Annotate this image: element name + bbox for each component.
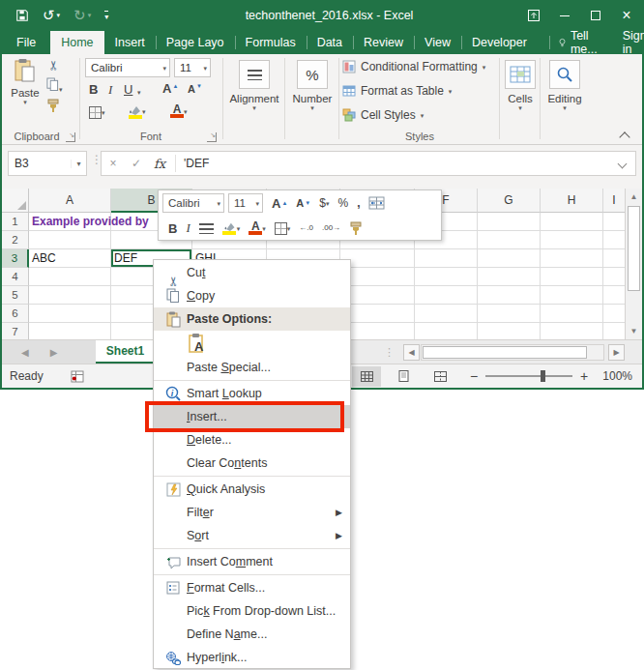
font-color-button[interactable]: A ▾ (170, 104, 188, 118)
paste-dropdown-icon[interactable]: ▾ (23, 99, 27, 105)
conditional-formatting-dropdown-icon[interactable]: ▾ (483, 64, 486, 71)
cell[interactable] (541, 268, 603, 286)
paste-button[interactable]: Paste ▾ (8, 58, 43, 105)
zoom-in-button[interactable]: + (576, 368, 592, 384)
sign-in-button[interactable]: Sign in (611, 31, 644, 54)
cell[interactable] (415, 305, 478, 323)
cell-a1[interactable]: Example provided by (29, 213, 111, 231)
cell[interactable] (478, 213, 541, 231)
column-header-g[interactable]: G (478, 189, 541, 213)
cancel-button[interactable]: × (102, 157, 125, 170)
cell[interactable] (29, 305, 111, 323)
horizontal-scroll-thumb[interactable] (423, 346, 587, 359)
cell[interactable] (603, 286, 625, 305)
row-header-3[interactable]: 3 (2, 249, 29, 268)
menu-item-cut[interactable]: ✂ Cut (154, 261, 350, 284)
cell[interactable] (340, 305, 415, 323)
redo-dropdown-icon[interactable]: ▾ (88, 12, 92, 19)
cell[interactable] (340, 323, 415, 339)
cell[interactable] (340, 286, 415, 305)
mini-font-size-combo[interactable]: 11▾ (228, 193, 263, 213)
zoom-level[interactable]: 100% (592, 369, 632, 383)
cut-icon[interactable]: ✂ (46, 60, 61, 71)
font-name-combo[interactable]: Calibri▾ (85, 58, 170, 77)
tab-splitter[interactable]: ⋮ (384, 346, 395, 359)
clipboard-dialog-launcher-icon[interactable]: ↘ (66, 132, 75, 142)
vertical-scrollbar[interactable]: ▲ ▼ (625, 189, 642, 339)
mini-format-painter-icon[interactable] (349, 221, 364, 236)
cell[interactable] (478, 323, 541, 339)
cell[interactable] (340, 249, 415, 268)
mini-decrease-decimal-icon[interactable]: .00→ (322, 224, 340, 232)
zoom-slider-handle[interactable] (541, 370, 545, 382)
grow-font-button[interactable]: A▲ (162, 81, 178, 96)
font-name-dropdown-icon[interactable]: ▾ (162, 65, 166, 72)
font-size-combo[interactable]: 11▾ (174, 58, 211, 77)
menu-item-format-cells[interactable]: Format Cells... (154, 576, 350, 599)
mini-accounting-dropdown-icon[interactable]: ▾ (326, 200, 330, 207)
cell[interactable] (415, 249, 478, 268)
normal-view-button[interactable] (352, 366, 381, 387)
tab-file[interactable]: File (2, 31, 50, 54)
scroll-up-icon[interactable]: ▲ (626, 189, 642, 205)
mini-accounting-format-button[interactable]: $▾ (319, 196, 329, 210)
cell[interactable] (603, 213, 625, 231)
fill-color-dropdown-icon[interactable]: ▾ (142, 108, 146, 115)
font-dialog-launcher-icon[interactable]: ↘ (207, 132, 217, 142)
cell[interactable] (603, 323, 625, 339)
scroll-right-icon[interactable]: ▶ (608, 344, 625, 361)
zoom-slider[interactable] (485, 375, 572, 377)
format-painter-icon[interactable] (46, 99, 61, 116)
editing-group-button[interactable]: Editing ▾ (543, 60, 586, 111)
mini-font-name-combo[interactable]: Calibri▾ (162, 193, 224, 213)
alignment-dropdown-icon[interactable]: ▾ (252, 104, 256, 111)
menu-item-paste-special[interactable]: Paste Special... (154, 356, 350, 379)
column-header-h[interactable]: H (541, 189, 603, 213)
menu-item-insert-comment[interactable]: Insert Comment (154, 550, 350, 573)
tab-insert[interactable]: Insert (104, 31, 156, 54)
collapse-ribbon-icon[interactable] (619, 131, 629, 142)
tab-formulas[interactable]: Formulas (235, 31, 307, 54)
cell-a3[interactable]: ABC (29, 249, 111, 268)
conditional-formatting-button[interactable]: Conditional Formatting ▾ (342, 56, 497, 77)
copy-button[interactable]: ▾ (46, 77, 63, 95)
menu-item-clear-contents[interactable]: Clear Contents (154, 452, 350, 475)
menu-item-define-name[interactable]: Define Name... (154, 623, 350, 646)
zoom-out-button[interactable]: − (466, 368, 482, 384)
name-box-dropdown-icon[interactable]: ▾ (71, 160, 86, 168)
underline-button[interactable]: U (124, 82, 132, 97)
ribbon-display-options-icon[interactable] (518, 0, 549, 31)
maximize-button[interactable] (580, 0, 611, 31)
row-header-5[interactable]: 5 (2, 286, 29, 305)
font-size-dropdown-icon[interactable]: ▾ (203, 65, 207, 72)
menu-item-copy[interactable]: Copy (154, 284, 350, 307)
mini-comma-button[interactable]: , (357, 196, 360, 210)
column-header-a[interactable]: A (29, 189, 111, 213)
mini-font-color-dropdown-icon[interactable]: ▾ (262, 225, 266, 232)
tab-review[interactable]: Review (353, 31, 414, 54)
cell[interactable] (478, 305, 541, 323)
cell[interactable] (603, 268, 625, 286)
menu-item-pick-from-list[interactable]: Pick From Drop-down List... (154, 599, 350, 623)
cell[interactable] (29, 323, 111, 339)
cell[interactable] (415, 268, 478, 286)
undo-dropdown-icon[interactable]: ▾ (57, 12, 61, 19)
mini-grow-font-button[interactable]: A▲ (272, 196, 287, 211)
cell[interactable] (415, 286, 478, 305)
cell[interactable] (541, 323, 603, 339)
menu-item-hyperlink[interactable]: Hyperlink... (154, 646, 350, 669)
cells-dropdown-icon[interactable]: ▾ (518, 104, 522, 111)
page-layout-view-button[interactable] (389, 366, 418, 387)
cell[interactable] (29, 231, 111, 249)
cell[interactable] (541, 249, 603, 268)
cell[interactable] (29, 286, 111, 305)
mini-increase-decimal-icon[interactable]: ←.0 (299, 224, 313, 232)
cell[interactable] (478, 249, 541, 268)
mini-align-center-icon[interactable] (199, 223, 214, 234)
mini-italic-button[interactable]: I (186, 220, 190, 236)
row-header-7[interactable]: 7 (2, 323, 29, 339)
menu-item-sort[interactable]: Sort ▶ (154, 524, 350, 547)
borders-dropdown-icon[interactable]: ▾ (102, 109, 105, 116)
menu-item-quick-analysis[interactable]: Quick Analysis (154, 478, 350, 501)
close-button[interactable]: × (611, 0, 642, 31)
